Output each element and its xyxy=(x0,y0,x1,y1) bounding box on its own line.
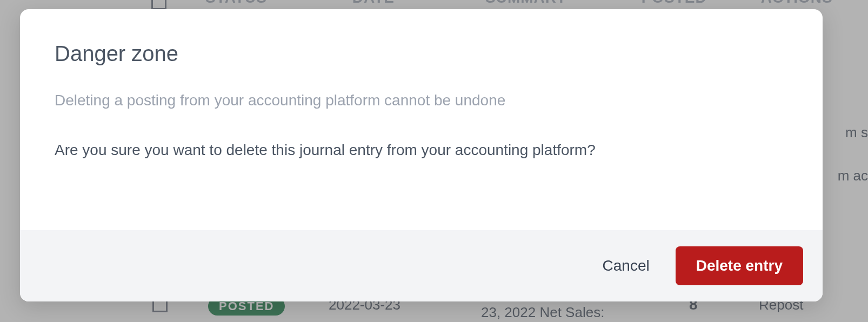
modal-subtitle: Deleting a posting from your accounting … xyxy=(55,92,788,109)
modal-body: Danger zone Deleting a posting from your… xyxy=(20,9,823,230)
delete-entry-button[interactable]: Delete entry xyxy=(676,246,803,285)
danger-zone-modal: Danger zone Deleting a posting from your… xyxy=(20,9,823,301)
modal-footer: Cancel Delete entry xyxy=(20,230,823,301)
modal-title: Danger zone xyxy=(55,42,788,66)
cancel-button[interactable]: Cancel xyxy=(598,251,654,281)
modal-question: Are you sure you want to delete this jou… xyxy=(55,142,788,159)
